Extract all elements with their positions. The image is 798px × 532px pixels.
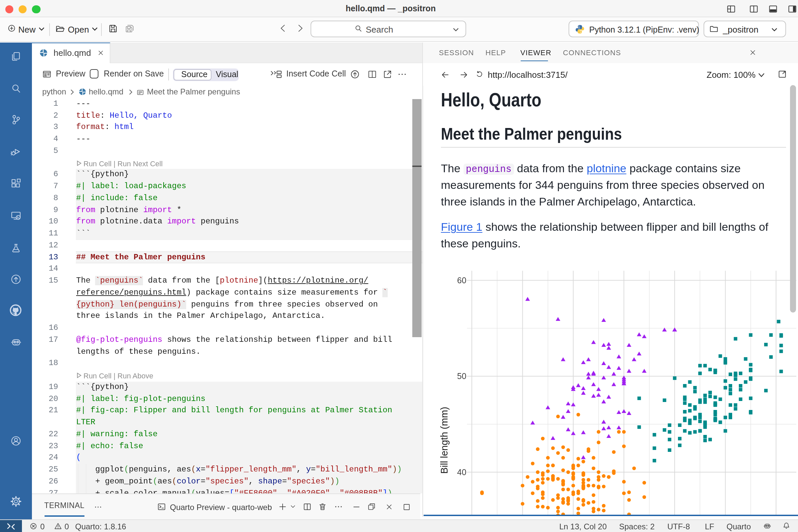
svg-text:60: 60 xyxy=(457,276,467,285)
svg-text:40: 40 xyxy=(457,468,467,477)
svg-text:50: 50 xyxy=(457,372,467,381)
svg-text:Bill length (mm): Bill length (mm) xyxy=(439,407,450,474)
